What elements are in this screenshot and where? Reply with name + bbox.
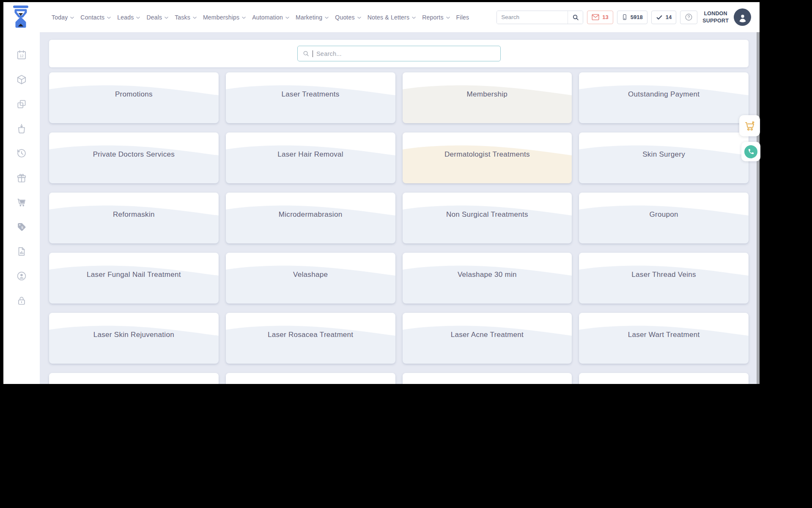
category-grid: Promotions Laser Treatments Membership O…	[40, 72, 760, 384]
category-card[interactable]: Laser Treatments	[226, 72, 395, 123]
category-card[interactable]	[403, 373, 572, 384]
nav-item[interactable]: Notes & Letters	[368, 14, 416, 21]
chevron-down-icon	[325, 17, 329, 19]
category-card[interactable]: Groupon	[579, 193, 749, 243]
category-card[interactable]: Laser Rosacea Treatment	[226, 313, 395, 364]
email-notifications-badge[interactable]: 13	[587, 11, 613, 24]
header-search-input[interactable]	[497, 11, 568, 24]
mobile-phone-icon	[622, 14, 628, 21]
sidebar-item-gift[interactable]	[16, 173, 27, 184]
app-window: Today Contacts Leads Deals Tasks Members…	[3, 2, 760, 384]
nav-item[interactable]: Leads	[117, 14, 140, 21]
help-button[interactable]	[680, 11, 697, 24]
category-card[interactable]: Private Doctors Services	[49, 133, 219, 183]
report-document-icon	[16, 246, 27, 259]
nav-item[interactable]: Marketing	[296, 14, 329, 21]
header-search	[497, 11, 583, 24]
nav-item-label: Automation	[252, 14, 283, 21]
chevron-down-icon	[136, 17, 140, 19]
sidebar-item-calendar[interactable]: 12	[16, 50, 27, 61]
category-card[interactable]: Skin Surgery	[579, 133, 749, 183]
phone-number: 5918	[631, 14, 643, 20]
cart-icon	[16, 197, 27, 210]
chevron-down-icon	[285, 17, 289, 19]
nav-item[interactable]: Tasks	[175, 14, 197, 21]
cart-gold-icon	[744, 120, 755, 132]
sidebar-item-shopping-bag[interactable]	[16, 124, 27, 135]
nav-item-label: Marketing	[296, 14, 322, 21]
category-card[interactable]: Laser Skin Rejuvenation	[49, 313, 219, 364]
app-header: Today Contacts Leads Deals Tasks Members…	[3, 2, 760, 32]
chevron-down-icon	[357, 17, 361, 19]
category-card[interactable]: Laser Hair Removal	[226, 133, 395, 183]
category-card[interactable]: Promotions	[49, 72, 219, 123]
category-card[interactable]: Laser Thread Veins	[579, 253, 749, 304]
category-card[interactable]: Membership	[403, 72, 572, 123]
account-icon	[16, 271, 27, 283]
category-card-label: Velashape	[226, 253, 395, 304]
category-card[interactable]: Laser Wart Treatment	[579, 313, 749, 364]
phone-extension-badge[interactable]: 5918	[617, 11, 647, 24]
sidebar-item-account[interactable]	[16, 271, 27, 282]
category-card-label: Laser Treatments	[226, 72, 395, 123]
category-card-label: Laser Wart Treatment	[579, 313, 749, 364]
nav-item[interactable]: Quotes	[335, 14, 361, 21]
category-card[interactable]	[579, 373, 749, 384]
nav-item-label: Today	[52, 14, 68, 21]
main-nav: Today Contacts Leads Deals Tasks Members…	[52, 14, 469, 21]
calendar-icon: 12	[16, 50, 27, 62]
user-name: LONDON SUPPORT	[702, 10, 729, 24]
chevron-down-icon	[193, 17, 197, 19]
floating-whatsapp-button[interactable]	[741, 142, 760, 161]
nav-item-label: Contacts	[80, 14, 104, 21]
svg-text:$: $	[21, 226, 23, 229]
header-search-button[interactable]	[568, 11, 583, 24]
person-icon	[738, 13, 748, 23]
category-card[interactable]: Dermatologist Treatments	[403, 133, 572, 183]
nav-item[interactable]: Today	[52, 14, 74, 21]
category-card[interactable]: Velashape 30 min	[403, 253, 572, 304]
sidebar: 12 $	[3, 32, 40, 384]
category-card-label: Groupon	[579, 193, 749, 243]
nav-item-label: Reports	[422, 14, 443, 21]
nav-item[interactable]: Contacts	[80, 14, 111, 21]
tasks-done-badge[interactable]: 14	[651, 11, 676, 24]
category-card-label	[403, 373, 572, 384]
shopping-bag-icon	[16, 123, 27, 136]
category-card[interactable]: Outstanding Payment	[579, 72, 749, 123]
app-logo[interactable]	[11, 5, 30, 30]
category-card-label: Velashape 30 min	[403, 253, 572, 304]
nav-item[interactable]: Deals	[146, 14, 168, 21]
text-cursor	[313, 50, 313, 57]
sidebar-item-price-tag[interactable]: $	[16, 222, 27, 233]
sidebar-item-package[interactable]	[16, 75, 27, 86]
whatsapp-phone-icon	[744, 145, 757, 158]
category-card[interactable]	[226, 373, 395, 384]
search-icon	[303, 50, 309, 57]
nav-item[interactable]: Reports	[422, 14, 450, 21]
category-card[interactable]: Non Surgical Treatments	[403, 193, 572, 243]
avatar[interactable]	[734, 8, 751, 26]
category-search-input[interactable]: Search...	[297, 46, 501, 61]
sidebar-item-history[interactable]	[16, 149, 27, 160]
category-card[interactable]	[49, 373, 219, 384]
sidebar-item-lock[interactable]	[16, 296, 27, 307]
category-card[interactable]: Reformaskin	[49, 193, 219, 243]
floating-cart-button[interactable]	[739, 115, 760, 136]
nav-item[interactable]: Automation	[252, 14, 289, 21]
hourglass-logo-icon	[11, 5, 30, 30]
sidebar-item-report-document[interactable]	[16, 247, 27, 258]
category-card[interactable]: Velashape	[226, 253, 395, 304]
category-card[interactable]: Laser Fungal Nail Treatment	[49, 253, 219, 304]
category-card[interactable]: Microdermabrasion	[226, 193, 395, 243]
envelope-icon	[592, 14, 599, 20]
user-name-line1: LONDON	[704, 10, 727, 17]
sidebar-item-cart[interactable]	[16, 198, 27, 209]
sidebar-item-copy[interactable]	[16, 99, 27, 110]
nav-item[interactable]: Memberships	[203, 14, 246, 21]
main-content: Search... Promotions Laser Treatments Me…	[40, 32, 760, 384]
nav-item[interactable]: Files	[456, 14, 469, 21]
category-search-panel: Search...	[49, 40, 749, 67]
category-card[interactable]: Laser Acne Treatment	[403, 313, 572, 364]
scrollbar[interactable]	[757, 32, 760, 384]
